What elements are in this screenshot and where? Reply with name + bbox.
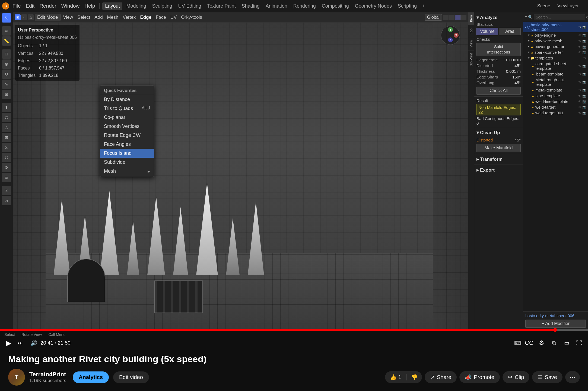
solid-intersect-btn[interactable]: SolidIntersections (476, 43, 521, 56)
like-button[interactable]: 👍 1 (385, 371, 406, 383)
check-all-btn[interactable]: Check All (476, 87, 521, 95)
promote-button[interactable]: 📣 Promote (459, 371, 500, 383)
settings-button[interactable]: ⚙ (537, 338, 546, 348)
outliner-item-8[interactable]: ▲ Metal-rough-cut-template 👁 📷 (523, 77, 588, 87)
outliner-item-13[interactable]: ▲ weld-target.001 👁 📷 (523, 110, 588, 116)
progress-bar-container[interactable] (0, 329, 588, 331)
tool-extrude[interactable]: ⬆ (2, 103, 11, 112)
tool-transform[interactable]: ⊞ (2, 90, 11, 99)
workspace-tab-geometry[interactable]: Geometry Nodes (353, 2, 394, 10)
workspace-tab-modeling[interactable]: Modeling (124, 2, 148, 10)
tool-poly-build[interactable]: ⬡ (2, 153, 11, 162)
outliner-search[interactable] (534, 14, 585, 20)
channel-avatar[interactable]: T (8, 369, 25, 386)
3d-viewport[interactable]: ▣ ○ △ Edit Mode View Select Add Mesh Ver… (13, 12, 468, 329)
vertex-btn[interactable]: Vertex (121, 14, 137, 21)
dislike-button[interactable]: 👎 (406, 371, 422, 383)
add-modifier-btn[interactable]: + Add Modifier (525, 320, 586, 328)
uv-btn[interactable]: UV (169, 14, 179, 21)
qf-item-focus-island[interactable]: Focus Island (100, 149, 154, 158)
tool-scale[interactable]: ⤡ (2, 80, 11, 89)
tab-item[interactable]: Item (468, 12, 474, 25)
tool-rotate-tool[interactable]: ↻ (2, 70, 11, 79)
face-btn[interactable]: Face (154, 14, 168, 21)
tool-smooth[interactable]: ≋ (2, 173, 11, 182)
navigation-gizmo[interactable]: Y X Z (438, 26, 463, 50)
outliner-item-5[interactable]: ▾ 📁 templates 👁 (523, 55, 588, 61)
next-button[interactable]: ⏭ (16, 339, 24, 347)
volume-btn[interactable]: Volume (476, 28, 498, 35)
orky-tools-btn[interactable]: Orky-tools (179, 14, 204, 21)
edit-mode-dropdown[interactable]: Edit Mode (35, 14, 61, 21)
cleanup-header[interactable]: ▾ Clean Up (476, 129, 521, 137)
workspace-tab-uv[interactable]: UV Editing (176, 2, 204, 10)
blender-render-menu[interactable]: Render (38, 2, 58, 10)
analytics-button[interactable]: Analytics (73, 371, 109, 383)
tab-tool[interactable]: Tool (468, 25, 474, 37)
qf-item-mesh[interactable]: Mesh ▸ (100, 167, 154, 176)
blender-file-menu[interactable]: File (11, 2, 23, 10)
tool-bevel[interactable]: ◬ (2, 123, 11, 132)
blender-edit-menu[interactable]: Edit (24, 2, 36, 10)
save-button[interactable]: ☰ Save (532, 371, 562, 383)
tool-spin[interactable]: ⟳ (2, 163, 11, 172)
play-button[interactable]: ▶ (4, 339, 13, 347)
tool-measure[interactable]: 📏 (2, 36, 11, 46)
export-header[interactable]: ▸ Export (476, 166, 521, 174)
workspace-tab-shading[interactable]: Shading (240, 2, 262, 10)
outliner-item-12[interactable]: ▲ weld-target 👁 📷 (523, 104, 588, 110)
global-dropdown[interactable]: Global (425, 14, 442, 21)
tool-box[interactable]: □ (2, 49, 11, 59)
qf-item-face-angles[interactable]: Face Angles (100, 140, 154, 149)
outliner-item-4[interactable]: ▾ ▲ spark-converter 👁 📷 (523, 49, 588, 55)
tool-loop-cut[interactable]: ⊡ (2, 133, 11, 142)
view-btn[interactable]: View (62, 14, 75, 21)
tool-move[interactable]: ⊕ (2, 59, 11, 69)
outliner-item-11[interactable]: ▲ weld-line-template 👁 📷 (523, 99, 588, 104)
more-options-button[interactable]: ⋯ (565, 371, 580, 383)
outliner-item-2[interactable]: ▾ ▲ orky-wire-mesh 👁 📷 (523, 38, 588, 44)
workspace-tab-compositing[interactable]: Compositing (320, 2, 351, 10)
qf-item-smooth-vertices[interactable]: Smooth Vertices (100, 122, 154, 131)
theater-button[interactable]: ▭ (562, 338, 571, 348)
progress-thumb[interactable] (553, 328, 557, 332)
workspace-tab-sculpting[interactable]: Sculpting (150, 2, 174, 10)
tool-annotate[interactable]: ✏ (2, 26, 11, 36)
mesh-btn[interactable]: Mesh (106, 14, 120, 21)
tool-knife[interactable]: ⚔ (2, 143, 11, 152)
select-btn[interactable]: Select (76, 14, 92, 21)
outliner-item-6[interactable]: ▲ corrugated-sheet-template 👁 📷 (523, 61, 588, 71)
share-button[interactable]: ↗ Share (425, 371, 457, 383)
clip-button[interactable]: ✂ Clip (503, 371, 529, 383)
fullscreen-button[interactable]: ⛶ (574, 338, 584, 348)
workspace-add-tab[interactable]: + (421, 2, 427, 10)
outliner-item-1[interactable]: ▾ ▲ orky-engine 👁 📷 (523, 32, 588, 38)
qf-item-tris-to-quads[interactable]: Tris to Quads Alt J (100, 104, 154, 113)
outliner-item-9[interactable]: ▲ metal-template 👁 📷 (523, 87, 588, 93)
workspace-tab-texture[interactable]: Texture Paint (205, 2, 238, 10)
add-btn[interactable]: Add (93, 14, 104, 21)
workspace-tab-layout[interactable]: Layout (102, 2, 122, 10)
blender-help-menu[interactable]: Help (83, 2, 97, 10)
outliner-item-0[interactable]: ▾ ⬡ basic-orky-metal-sheet.006 👁 📷 (523, 22, 588, 32)
tool-shrink[interactable]: ⊻ (2, 186, 11, 195)
qf-item-by-distance[interactable]: By Distance (100, 95, 154, 104)
qf-item-rotate-edge[interactable]: Rotate Edge CW (100, 131, 154, 140)
qf-item-coplanar[interactable]: Co-planar (100, 113, 154, 122)
outliner-item-7[interactable]: ▲ ibeam-template 👁 📷 (523, 71, 588, 77)
miniplayer-button[interactable]: ⧉ (549, 338, 559, 348)
outliner-item-10[interactable]: ▲ pipe-template 👁 📷 (523, 93, 588, 99)
make-manifold-btn[interactable]: Make Manifold (476, 144, 521, 152)
qf-item-subdivide[interactable]: Subdivide (100, 158, 154, 167)
area-btn[interactable]: Area (499, 28, 521, 35)
outliner-item-3[interactable]: ▾ ▲ power-generator 👁 📷 (523, 44, 588, 49)
workspace-tab-animation[interactable]: Animation (263, 2, 290, 10)
captions-button[interactable]: CC (525, 338, 534, 348)
workspace-tab-scripting[interactable]: Scripting (396, 2, 419, 10)
tab-view[interactable]: View (468, 37, 474, 50)
workspace-tab-rendering[interactable]: Rendering (291, 2, 318, 10)
blender-window-menu[interactable]: Window (60, 2, 81, 10)
tool-cursor[interactable]: ↖ (2, 13, 11, 23)
tab-3dprint[interactable]: 3D-Print (468, 50, 474, 69)
analyze-header[interactable]: ▾ Analyze (476, 14, 521, 22)
